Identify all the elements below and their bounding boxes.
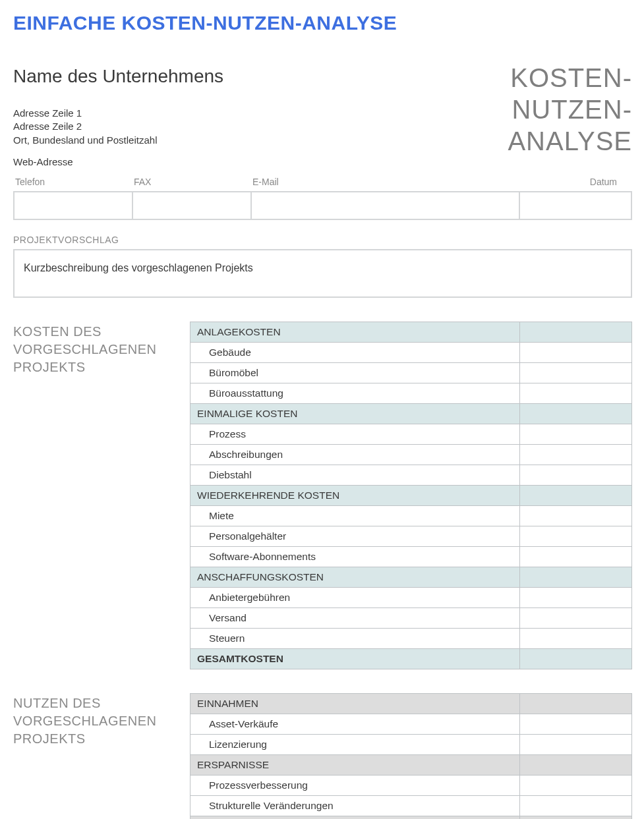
contact-cell-phone[interactable] [14,192,132,219]
document-type-line: KOSTEN- [508,62,632,94]
cost-item-label: Prozess [190,424,520,444]
cost-item-value[interactable] [520,546,632,567]
benefit-total-value[interactable] [520,816,632,819]
address-line-1: Adresse Zeile 1 [13,107,508,120]
costs-table: ANLAGEKOSTENGebäudeBüromöbelBüroausstatt… [190,322,632,669]
cost-item-label: Gebäude [190,342,520,362]
document-type-line: ANALYSE [508,125,632,157]
benefits-table: EINNAHMENAsset-VerkäufeLizenzierungERSPA… [190,693,632,819]
cost-item-value[interactable] [520,526,632,546]
cost-category: ANSCHAFFUNGSKOSTEN [190,567,520,587]
cost-item-label: Personalgehälter [190,526,520,546]
cost-item-value[interactable] [520,444,632,465]
contact-cell-email[interactable] [251,192,519,219]
cost-category: EINMALIGE KOSTEN [190,403,520,424]
benefit-item-value[interactable] [520,714,632,734]
cost-item-value[interactable] [520,628,632,648]
benefit-item-label: Prozessverbesserung [190,775,520,795]
contact-header-email: E-Mail [251,174,519,192]
cost-category-value[interactable] [520,322,632,342]
benefit-item-label: Asset-Verkäufe [190,714,520,734]
cost-total-label: GESAMTKOSTEN [190,648,520,669]
cost-item-value[interactable] [520,342,632,362]
benefit-category-value[interactable] [520,693,632,714]
cost-item-value[interactable] [520,383,632,403]
cost-item-label: Diebstahl [190,465,520,485]
cost-item-label: Miete [190,505,520,526]
cost-category: WIEDERKEHRENDE KOSTEN [190,485,520,505]
cost-item-label: Versand [190,607,520,628]
cost-item-label: Abschreibungen [190,444,520,465]
costs-side-label: KOSTEN DES VORGESCHLAGENEN PROJEKTS [13,322,178,669]
cost-item-label: Software-Abonnements [190,546,520,567]
document-type-line: NUTZEN- [508,94,632,125]
benefit-total-label: GESAMTNUTZEN [190,816,520,819]
contact-header-date: Datum [519,174,631,192]
contact-cell-fax[interactable] [132,192,251,219]
project-section-label: PROJEKTVORSCHLAG [13,235,632,245]
cost-item-label: Büroausstattung [190,383,520,403]
benefit-item-value[interactable] [520,795,632,816]
project-description-box[interactable]: Kurzbeschreibung des vorgeschlagenen Pro… [13,249,632,298]
cost-item-value[interactable] [520,587,632,607]
benefit-item-value[interactable] [520,734,632,754]
cost-item-label: Anbietergebühren [190,587,520,607]
cost-item-value[interactable] [520,424,632,444]
page-title: EINFACHE KOSTEN-NUTZEN-ANALYSE [13,12,632,34]
cost-item-value[interactable] [520,465,632,485]
cost-item-value[interactable] [520,362,632,383]
cost-total-value[interactable] [520,648,632,669]
address-city-state-zip: Ort, Bundesland und Postleitzahl [13,134,508,147]
cost-item-label: Büromöbel [190,362,520,383]
web-address: Web-Adresse [13,156,508,167]
benefit-category: EINNAHMEN [190,693,520,714]
cost-category-value[interactable] [520,485,632,505]
cost-category: ANLAGEKOSTEN [190,322,520,342]
contact-table: Telefon FAX E-Mail Datum [13,174,632,220]
contact-header-fax: FAX [132,174,251,192]
document-type-title: KOSTEN- NUTZEN- ANALYSE [508,62,632,157]
cost-item-value[interactable] [520,505,632,526]
benefit-category: ERSPARNISSE [190,754,520,775]
benefit-item-label: Strukturelle Veränderungen [190,795,520,816]
address-line-2: Adresse Zeile 2 [13,120,508,133]
benefits-side-label: NUTZEN DES VORGESCHLAGENEN PROJEKTS [13,693,178,819]
company-name: Name des Unternehmens [13,66,508,87]
cost-category-value[interactable] [520,403,632,424]
cost-item-value[interactable] [520,607,632,628]
benefit-item-value[interactable] [520,775,632,795]
benefit-item-label: Lizenzierung [190,734,520,754]
cost-category-value[interactable] [520,567,632,587]
contact-header-phone: Telefon [14,174,132,192]
contact-cell-date[interactable] [519,192,631,219]
cost-item-label: Steuern [190,628,520,648]
benefit-category-value[interactable] [520,754,632,775]
